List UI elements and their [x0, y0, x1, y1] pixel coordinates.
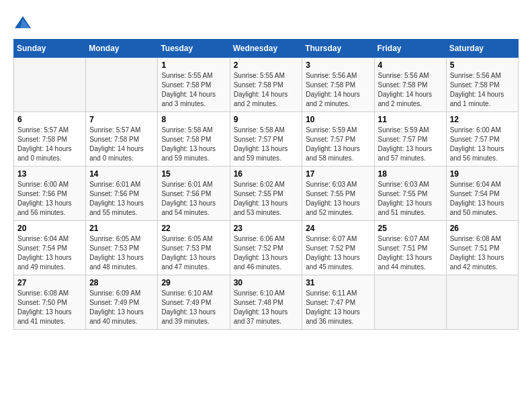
- day-number: 22: [161, 224, 226, 233]
- calendar-week-row: 27Sunrise: 6:08 AMSunset: 7:50 PMDayligh…: [14, 275, 519, 330]
- day-number: 8: [161, 115, 226, 124]
- calendar-cell: 13Sunrise: 6:00 AMSunset: 7:56 PMDayligh…: [14, 167, 86, 221]
- weekday-header: Thursday: [302, 40, 374, 58]
- calendar-cell: 14Sunrise: 6:01 AMSunset: 7:56 PMDayligh…: [86, 167, 158, 221]
- day-number: 18: [378, 169, 443, 179]
- logo-icon: [13, 13, 32, 32]
- day-info: Sunrise: 6:11 AMSunset: 7:47 PMDaylight:…: [306, 289, 370, 326]
- calendar-table: SundayMondayTuesdayWednesdayThursdayFrid…: [13, 39, 519, 330]
- day-number: 23: [234, 224, 299, 233]
- day-info: Sunrise: 5:56 AMSunset: 7:58 PMDaylight:…: [378, 71, 443, 109]
- day-info: Sunrise: 5:55 AMSunset: 7:58 PMDaylight:…: [234, 71, 299, 109]
- calendar-cell: 21Sunrise: 6:05 AMSunset: 7:53 PMDayligh…: [86, 221, 158, 275]
- calendar-cell: 9Sunrise: 5:58 AMSunset: 7:57 PMDaylight…: [230, 112, 302, 167]
- calendar-cell: 18Sunrise: 6:03 AMSunset: 7:55 PMDayligh…: [374, 167, 446, 221]
- day-number: 10: [306, 115, 370, 124]
- day-number: 26: [450, 224, 515, 233]
- day-info: Sunrise: 6:04 AMSunset: 7:54 PMDaylight:…: [450, 180, 515, 218]
- calendar-cell: 22Sunrise: 6:05 AMSunset: 7:53 PMDayligh…: [158, 221, 230, 275]
- day-number: 28: [89, 278, 154, 287]
- calendar-cell: [86, 58, 158, 112]
- day-info: Sunrise: 6:05 AMSunset: 7:53 PMDaylight:…: [161, 234, 226, 272]
- day-info: Sunrise: 6:05 AMSunset: 7:53 PMDaylight:…: [89, 234, 154, 272]
- calendar-cell: 15Sunrise: 6:01 AMSunset: 7:56 PMDayligh…: [158, 167, 230, 221]
- calendar-cell: 24Sunrise: 6:07 AMSunset: 7:52 PMDayligh…: [302, 221, 374, 275]
- day-number: 19: [450, 169, 515, 179]
- day-info: Sunrise: 5:56 AMSunset: 7:58 PMDaylight:…: [306, 71, 370, 109]
- weekday-header: Monday: [86, 40, 158, 58]
- day-number: 15: [161, 169, 226, 179]
- day-number: 14: [89, 169, 154, 179]
- calendar-cell: 23Sunrise: 6:06 AMSunset: 7:52 PMDayligh…: [230, 221, 302, 275]
- calendar-cell: 6Sunrise: 5:57 AMSunset: 7:58 PMDaylight…: [14, 112, 86, 167]
- day-info: Sunrise: 5:58 AMSunset: 7:57 PMDaylight:…: [234, 126, 299, 163]
- day-info: Sunrise: 6:00 AMSunset: 7:57 PMDaylight:…: [450, 126, 515, 163]
- day-number: 20: [17, 224, 82, 233]
- day-info: Sunrise: 6:04 AMSunset: 7:54 PMDaylight:…: [17, 234, 82, 272]
- calendar-cell: 2Sunrise: 5:55 AMSunset: 7:58 PMDaylight…: [230, 58, 302, 112]
- day-number: 29: [161, 278, 226, 287]
- day-number: 3: [306, 60, 370, 70]
- weekday-header: Tuesday: [158, 40, 230, 58]
- weekday-header: Friday: [374, 40, 446, 58]
- calendar-cell: 3Sunrise: 5:56 AMSunset: 7:58 PMDaylight…: [302, 58, 374, 112]
- calendar-cell: [374, 275, 446, 330]
- day-number: 9: [234, 115, 299, 124]
- calendar-cell: 11Sunrise: 5:59 AMSunset: 7:57 PMDayligh…: [374, 112, 446, 167]
- calendar-cell: [446, 275, 518, 330]
- calendar-cell: 19Sunrise: 6:04 AMSunset: 7:54 PMDayligh…: [446, 167, 518, 221]
- calendar-cell: 28Sunrise: 6:09 AMSunset: 7:49 PMDayligh…: [86, 275, 158, 330]
- calendar-cell: 17Sunrise: 6:03 AMSunset: 7:55 PMDayligh…: [302, 167, 374, 221]
- day-info: Sunrise: 5:59 AMSunset: 7:57 PMDaylight:…: [306, 126, 370, 163]
- calendar-cell: 1Sunrise: 5:55 AMSunset: 7:58 PMDaylight…: [158, 58, 230, 112]
- day-number: 16: [234, 169, 299, 179]
- calendar-cell: 8Sunrise: 5:58 AMSunset: 7:58 PMDaylight…: [158, 112, 230, 167]
- day-number: 27: [17, 278, 82, 287]
- calendar-cell: 4Sunrise: 5:56 AMSunset: 7:58 PMDaylight…: [374, 58, 446, 112]
- day-info: Sunrise: 5:59 AMSunset: 7:57 PMDaylight:…: [378, 126, 443, 163]
- calendar-cell: 29Sunrise: 6:10 AMSunset: 7:49 PMDayligh…: [158, 275, 230, 330]
- weekday-header: Saturday: [446, 40, 518, 58]
- day-info: Sunrise: 5:55 AMSunset: 7:58 PMDaylight:…: [161, 71, 226, 109]
- weekday-header: Sunday: [14, 40, 86, 58]
- day-info: Sunrise: 6:08 AMSunset: 7:50 PMDaylight:…: [17, 289, 82, 326]
- day-info: Sunrise: 6:00 AMSunset: 7:56 PMDaylight:…: [17, 180, 82, 218]
- calendar-cell: 31Sunrise: 6:11 AMSunset: 7:47 PMDayligh…: [302, 275, 374, 330]
- calendar-cell: 10Sunrise: 5:59 AMSunset: 7:57 PMDayligh…: [302, 112, 374, 167]
- day-number: 13: [17, 169, 82, 179]
- day-number: 12: [450, 115, 515, 124]
- day-number: 30: [234, 278, 299, 287]
- calendar-cell: 27Sunrise: 6:08 AMSunset: 7:50 PMDayligh…: [14, 275, 86, 330]
- calendar-week-row: 13Sunrise: 6:00 AMSunset: 7:56 PMDayligh…: [14, 167, 519, 221]
- day-info: Sunrise: 6:02 AMSunset: 7:55 PMDaylight:…: [234, 180, 299, 218]
- calendar-cell: 30Sunrise: 6:10 AMSunset: 7:48 PMDayligh…: [230, 275, 302, 330]
- day-info: Sunrise: 5:57 AMSunset: 7:58 PMDaylight:…: [89, 126, 154, 163]
- day-info: Sunrise: 6:10 AMSunset: 7:48 PMDaylight:…: [234, 289, 299, 326]
- day-info: Sunrise: 6:03 AMSunset: 7:55 PMDaylight:…: [378, 180, 443, 218]
- calendar-cell: 26Sunrise: 6:08 AMSunset: 7:51 PMDayligh…: [446, 221, 518, 275]
- day-info: Sunrise: 5:56 AMSunset: 7:58 PMDaylight:…: [450, 71, 515, 109]
- day-number: 5: [450, 60, 515, 70]
- day-info: Sunrise: 6:01 AMSunset: 7:56 PMDaylight:…: [161, 180, 226, 218]
- day-number: 31: [306, 278, 370, 287]
- day-number: 11: [378, 115, 443, 124]
- calendar-week-row: 20Sunrise: 6:04 AMSunset: 7:54 PMDayligh…: [14, 221, 519, 275]
- day-info: Sunrise: 6:06 AMSunset: 7:52 PMDaylight:…: [234, 234, 299, 272]
- day-info: Sunrise: 6:03 AMSunset: 7:55 PMDaylight:…: [306, 180, 370, 218]
- calendar-cell: 20Sunrise: 6:04 AMSunset: 7:54 PMDayligh…: [14, 221, 86, 275]
- day-info: Sunrise: 6:08 AMSunset: 7:51 PMDaylight:…: [450, 234, 515, 272]
- day-number: 7: [89, 115, 154, 124]
- day-info: Sunrise: 6:07 AMSunset: 7:51 PMDaylight:…: [378, 234, 443, 272]
- day-number: 24: [306, 224, 370, 233]
- day-info: Sunrise: 6:07 AMSunset: 7:52 PMDaylight:…: [306, 234, 370, 272]
- day-number: 4: [378, 60, 443, 70]
- calendar-cell: 25Sunrise: 6:07 AMSunset: 7:51 PMDayligh…: [374, 221, 446, 275]
- day-info: Sunrise: 6:10 AMSunset: 7:49 PMDaylight:…: [161, 289, 226, 326]
- calendar-cell: 12Sunrise: 6:00 AMSunset: 7:57 PMDayligh…: [446, 112, 518, 167]
- day-info: Sunrise: 6:01 AMSunset: 7:56 PMDaylight:…: [89, 180, 154, 218]
- day-number: 17: [306, 169, 370, 179]
- calendar-header: SundayMondayTuesdayWednesdayThursdayFrid…: [14, 40, 519, 58]
- calendar-cell: 7Sunrise: 5:57 AMSunset: 7:58 PMDaylight…: [86, 112, 158, 167]
- calendar-cell: 16Sunrise: 6:02 AMSunset: 7:55 PMDayligh…: [230, 167, 302, 221]
- calendar-cell: 5Sunrise: 5:56 AMSunset: 7:58 PMDaylight…: [446, 58, 518, 112]
